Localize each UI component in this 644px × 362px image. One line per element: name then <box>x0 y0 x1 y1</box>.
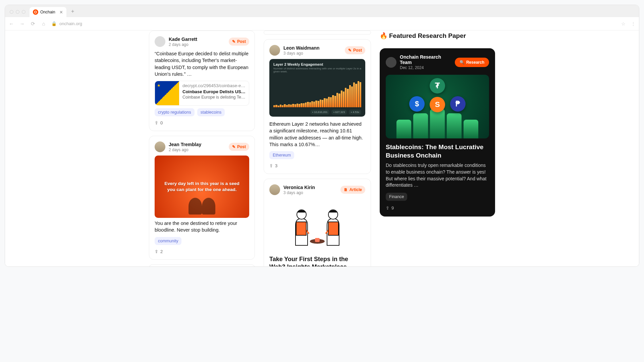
avatar <box>269 45 280 56</box>
tag[interactable]: crypto regulations <box>155 108 195 116</box>
browser-tab[interactable]: O Onchain ✕ <box>30 7 66 17</box>
browser-window: O Onchain ✕ + ← → ⟳ ⌂ 🔒 onchain.org ☆ ⋮ <box>5 5 639 267</box>
post-card[interactable]: Leon Waidmann 3 days ago ✎ Post Layer 2 … <box>264 39 371 174</box>
document-icon: 🗎 <box>344 187 348 192</box>
article-illustration <box>269 198 365 252</box>
link-thumb <box>155 81 179 105</box>
address-bar[interactable]: 🔒 onchain.org <box>51 21 82 26</box>
post-card[interactable]: Kade Garrett 2 days ago ✎ Post “Coinbase… <box>149 31 255 131</box>
upvote-icon: ⇧ <box>386 205 389 210</box>
author-name: Onchain Research Team <box>400 54 451 65</box>
maximize-window-dot[interactable] <box>22 10 25 14</box>
coin-icon: ₱ <box>450 96 466 112</box>
featured-heading: 🔥 Featured Research Paper <box>380 31 495 40</box>
research-badge: 🔍 Research <box>455 58 489 67</box>
favicon: O <box>33 9 38 15</box>
post-badge: ✎ Post <box>345 46 365 54</box>
author-name: Veronica Kirin <box>283 185 337 190</box>
chart-chip: ▪ 627,323 <box>331 110 347 115</box>
page-content: Kade Garrett 2 days ago ✎ Post “Coinbase… <box>5 31 639 266</box>
chart-subtitle: Number of distinct addresses interacting… <box>273 67 361 73</box>
post-date: Dec 12, 2024 <box>400 65 451 70</box>
tags: community <box>155 237 249 245</box>
tags: Ethereum <box>269 151 365 159</box>
url-text: onchain.org <box>59 21 82 26</box>
window-controls <box>8 10 28 17</box>
upvote-button[interactable]: ⇧ 0 <box>155 120 249 125</box>
post-time: 2 days ago <box>169 42 225 47</box>
post-badge: ✎ Post <box>229 143 249 151</box>
post-badge: ✎ Post <box>229 38 249 46</box>
post-image: Every day left in this year is a seed yo… <box>155 156 249 218</box>
upvote-button[interactable]: ⇧ 9 <box>386 205 489 210</box>
upvote-button[interactable]: ⇧ 2 <box>155 249 249 254</box>
upvote-icon: ⇧ <box>269 163 273 168</box>
feed-column-left: Kade Garrett 2 days ago ✎ Post “Coinbase… <box>149 31 255 266</box>
post-card[interactable]: Jean Tremblay 2 days ago ✎ Post Every da… <box>149 136 255 260</box>
tag[interactable]: Finance <box>386 193 407 201</box>
coin-icon: $ <box>409 96 425 112</box>
tags: crypto regulations stablecoins <box>155 108 249 116</box>
upvote-count: 9 <box>391 205 394 210</box>
avatar <box>155 36 165 47</box>
edit-icon: ✎ <box>232 144 235 149</box>
minimize-window-dot[interactable] <box>16 10 19 14</box>
author-name: Leon Waidmann <box>283 45 341 51</box>
browser-toolbar: ← → ⟳ ⌂ 🔒 onchain.org ☆ ⋮ <box>5 17 639 31</box>
tab-bar: O Onchain ✕ + <box>5 5 639 17</box>
upvote-icon: ⇧ <box>155 249 158 254</box>
post-body: “Coinbase Europe decided to delist multi… <box>155 50 249 77</box>
article-badge: 🗎 Article <box>340 186 365 194</box>
upvote-icon: ⇧ <box>155 120 158 125</box>
featured-column: 🔥 Featured Research Paper Onchain Resear… <box>380 31 495 266</box>
featured-title: Stablecoins: The Most Lucrative Business… <box>386 143 489 160</box>
post-body: Ethereum Layer 2 networks have achieved … <box>269 121 365 148</box>
article-title: Take Your First Steps in the Web3 Insigh… <box>269 255 365 266</box>
svg-rect-5 <box>328 222 338 235</box>
menu-icon[interactable]: ⋮ <box>631 21 636 26</box>
chart-image: Layer 2 Weekly Engagement Number of dist… <box>269 59 365 117</box>
back-icon[interactable]: ← <box>8 21 14 26</box>
post-time: 2 days ago <box>169 147 225 152</box>
post-time: 3 days ago <box>283 51 341 56</box>
tag[interactable]: Ethereum <box>269 151 294 159</box>
link-preview[interactable]: decrypt.co/296453/coinbase-eur… Coinbase… <box>155 81 249 106</box>
upvote-count: 0 <box>160 120 163 125</box>
chart-chip: ▪ 10,610,201 <box>310 110 329 115</box>
fire-icon: 🔥 <box>380 32 388 40</box>
featured-image: ₮ $ S ₱ <box>386 75 489 138</box>
close-window-dot[interactable] <box>10 10 13 14</box>
link-title: Coinbase Europe Delists USDT, … <box>182 89 246 94</box>
author-name: Jean Tremblay <box>169 142 225 147</box>
chart-bars <box>273 81 361 107</box>
link-desc: Coinbase Europe is delisting Tether's … <box>182 95 246 100</box>
tag[interactable]: stablecoins <box>197 108 225 116</box>
forward-icon[interactable]: → <box>19 21 25 26</box>
link-url: decrypt.co/296453/coinbase-eur… <box>182 83 246 88</box>
avatar <box>386 57 396 68</box>
author-name: Kade Garrett <box>169 37 225 42</box>
post-card-stub <box>149 264 255 266</box>
featured-card[interactable]: Onchain Research Team Dec 12, 2024 🔍 Res… <box>380 48 495 217</box>
upvote-count: 3 <box>275 163 277 168</box>
svg-rect-4 <box>296 222 306 235</box>
bookmark-icon[interactable]: ☆ <box>621 21 626 26</box>
chart-title: Layer 2 Weekly Engagement <box>273 62 361 66</box>
chart-chip: ▪ 4.53x <box>349 110 361 115</box>
post-card[interactable]: Veronica Kirin 3 days ago 🗎 Article <box>264 179 371 266</box>
close-tab-icon[interactable]: ✕ <box>59 10 63 15</box>
search-icon: 🔍 <box>460 60 465 65</box>
upvote-button[interactable]: ⇧ 3 <box>269 163 365 168</box>
coin-icon: S <box>430 97 445 112</box>
avatar <box>269 184 280 195</box>
coin-icon: ₮ <box>430 78 445 94</box>
post-time: 3 days ago <box>283 190 337 195</box>
upvote-count: 2 <box>160 249 163 254</box>
home-icon[interactable]: ⌂ <box>41 21 47 26</box>
reload-icon[interactable]: ⟳ <box>30 21 36 27</box>
post-body: You are the one destined to retire your … <box>155 220 249 234</box>
post-card-stub <box>264 31 371 35</box>
new-tab-button[interactable]: + <box>68 8 77 17</box>
tab-title: Onchain <box>40 10 55 14</box>
tag[interactable]: community <box>155 237 181 245</box>
